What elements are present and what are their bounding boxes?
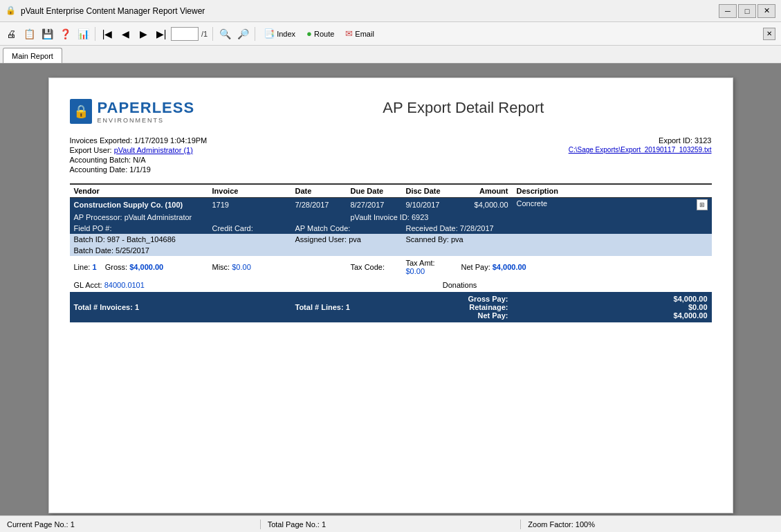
zoom-button[interactable]: 🔎: [235, 26, 251, 42]
next-page-button[interactable]: ▶: [135, 26, 151, 42]
retainage-value: $0.00: [517, 303, 708, 311]
index-action[interactable]: 📑 Index: [259, 26, 300, 42]
tab-main-report[interactable]: Main Report: [3, 48, 62, 63]
retainage-label: Retainage:: [406, 303, 508, 311]
export-user-value[interactable]: pVault Administrator (1): [114, 146, 193, 154]
meta-row-1: Invoices Exported: 1/17/2019 1:04:19PM E…: [70, 136, 712, 145]
email-icon: ✉: [345, 28, 353, 39]
zoom-label: Zoom Factor:: [528, 520, 573, 529]
logo-environments: ENVIRONMENTS: [98, 117, 195, 124]
prev-page-button[interactable]: ◀: [117, 26, 134, 42]
email-action[interactable]: ✉ Email: [340, 26, 379, 42]
total-invoices: Total # Invoices: 1: [70, 292, 291, 322]
table-row: Construction Supply Co. (100) 1719 7/28/…: [70, 198, 712, 212]
total-page-value: 1: [322, 520, 326, 529]
logo-text-area: PAPERLESS ENVIRONMENTS: [98, 99, 195, 124]
accounting-date: Accounting Date: 1/1/19: [70, 165, 151, 174]
invoices-exported: Invoices Exported: 1/17/2019 1:04:19PM: [70, 136, 208, 145]
export-id-label: Export ID:: [659, 136, 692, 145]
view-button[interactable]: 📊: [75, 26, 91, 42]
maximize-button[interactable]: □: [738, 4, 756, 18]
separator-2: [212, 27, 213, 41]
index-label: Index: [277, 30, 295, 38]
accounting-batch-label: Accounting Batch:: [70, 156, 131, 164]
total-page-label: Total Page No.:: [268, 520, 320, 529]
separator-3: [255, 27, 255, 41]
tax-amt-detail: Tax Amt: $0.00: [402, 256, 457, 278]
table-row: Field PO #: Credit Card: AP Match Code: …: [70, 223, 712, 234]
col-disc-date: Disc Date: [402, 184, 457, 198]
invoices-exported-label: Invoices Exported:: [70, 136, 133, 145]
status-divider-1: [260, 520, 261, 529]
table-header: Vendor Invoice Date Due Date Disc Date A…: [70, 184, 712, 198]
table-row: Batch Date: 5/25/2017: [70, 245, 712, 256]
route-label: Route: [314, 30, 334, 38]
separator-1: [95, 27, 95, 41]
minimize-button[interactable]: ─: [719, 4, 737, 18]
accounting-batch: Accounting Batch: N/A: [70, 156, 146, 164]
status-current-page: Current Page No.: 1: [7, 520, 253, 529]
total-lines: Total # Lines: 1: [291, 292, 402, 322]
page-input[interactable]: 1: [171, 27, 199, 41]
table-row: GL Acct: 84000.0101 Donations: [70, 278, 712, 292]
batch-id: Batch ID: 987 - Batch_104686: [70, 234, 291, 245]
status-bar: Current Page No.: 1 Total Page No.: 1 Zo…: [0, 515, 781, 532]
route-action[interactable]: ● Route: [302, 26, 339, 42]
totals-values: $4,000.00 $0.00 $4,000.00: [513, 292, 712, 322]
page-total: /1: [200, 30, 209, 38]
table-body: Construction Supply Co. (100) 1719 7/28/…: [70, 198, 712, 293]
misc-label: Misc:: [212, 263, 232, 271]
pvault-invoice-id: pVault Invoice ID: 6923: [347, 212, 712, 223]
tax-code-label: Tax Code:: [351, 263, 385, 271]
help-button[interactable]: ❓: [57, 26, 73, 42]
line-label: Line:: [74, 263, 93, 271]
net-pay-detail: Net Pay: $4,000.00: [457, 256, 712, 278]
search-button[interactable]: 🔍: [217, 26, 233, 42]
email-label: Email: [355, 30, 374, 38]
first-page-button[interactable]: |◀: [99, 26, 116, 42]
received-date: Received Date: 7/28/2017: [402, 223, 712, 234]
close-button[interactable]: ✕: [757, 4, 775, 18]
export-id-value: 3123: [695, 136, 711, 145]
assigned-user: Assigned User: pva: [291, 234, 402, 245]
accounting-date-value: 1/1/19: [129, 165, 151, 174]
save-button[interactable]: 💾: [39, 26, 55, 42]
accounting-date-label: Accounting Date:: [70, 165, 128, 174]
meta-row-3: Accounting Batch: N/A: [70, 156, 712, 164]
line-number: 1: [92, 263, 96, 271]
route-icon: ●: [306, 28, 312, 39]
col-date: Date: [291, 184, 347, 198]
title-bar: 🔒 pVault Enterprise Content Manager Repo…: [0, 0, 781, 22]
gross-pay-value: $4,000.00: [517, 295, 708, 303]
description-icon[interactable]: ⊞: [697, 199, 708, 210]
report-page: 🔒 PAPERLESS ENVIRONMENTS AP Export Detai…: [48, 77, 733, 513]
toolbar: 🖨 📋 💾 ❓ 📊 |◀ ◀ ▶ ▶| 1 /1 🔍 🔎 📑 Index ● R…: [0, 22, 781, 46]
net-pay-value: $4,000.00: [493, 263, 526, 271]
field-po: Field PO #:: [70, 223, 208, 234]
tax-code-detail: Tax Code:: [347, 256, 402, 278]
export-path[interactable]: C:\Sage Exports\Export_20190117_103259.t…: [569, 146, 712, 154]
tax-amt-label: Tax Amt:: [406, 259, 435, 267]
last-page-button[interactable]: ▶|: [153, 26, 169, 42]
export-id: Export ID: 3123: [659, 136, 711, 145]
print-button[interactable]: 🖨: [3, 26, 19, 42]
zoom-value: 100%: [576, 520, 595, 529]
totals-row: Total # Invoices: 1 Total # Lines: 1 Gro…: [70, 292, 712, 322]
main-content-area[interactable]: 🔒 PAPERLESS ENVIRONMENTS AP Export Detai…: [0, 64, 781, 515]
window-controls: ─ □ ✕: [719, 4, 775, 18]
totals-labels: Gross Pay: Retainage: Net Pay:: [402, 292, 513, 322]
table-row: Batch ID: 987 - Batch_104686 Assigned Us…: [70, 234, 712, 245]
col-vendor: Vendor: [70, 184, 208, 198]
gross-label: Gross:: [105, 263, 129, 271]
batch-date: Batch Date: 5/25/2017: [70, 245, 712, 256]
due-date: 8/27/2017: [347, 198, 402, 212]
app-icon: 🔒: [6, 6, 17, 17]
dismiss-button[interactable]: ✕: [763, 28, 775, 40]
invoices-exported-value: 1/17/2019 1:04:19PM: [134, 136, 207, 145]
copy-button[interactable]: 📋: [21, 26, 37, 42]
col-description: Description: [513, 184, 712, 198]
report-table: Vendor Invoice Date Due Date Disc Date A…: [70, 183, 712, 322]
ap-processor: AP Processor: pVault Administrator: [70, 212, 347, 223]
window-title: pVault Enterprise Content Manager Report…: [21, 6, 719, 16]
report-title-area: AP Export Detail Report: [215, 99, 711, 117]
